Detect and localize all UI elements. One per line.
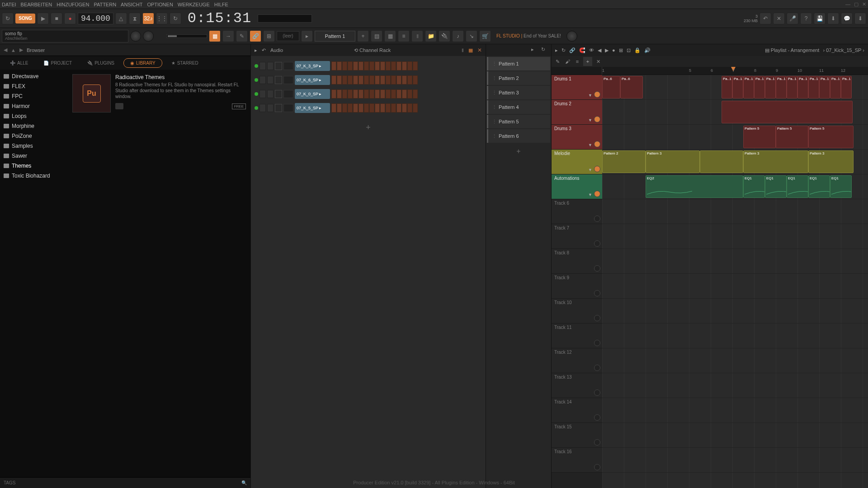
chevron-down-icon[interactable]: ▼ — [588, 118, 592, 122]
mixer-icon[interactable]: ⫴ — [411, 30, 423, 42]
step-button[interactable] — [407, 89, 412, 99]
browser-fwd-icon[interactable]: ▶ — [19, 47, 23, 53]
pattern-slider[interactable] — [166, 34, 207, 38]
step-button[interactable] — [359, 89, 363, 99]
step-button[interactable] — [348, 75, 353, 84]
menu-optionen[interactable]: OPTIONEN — [147, 2, 173, 7]
step-button[interactable] — [353, 61, 358, 70]
playlist-lane[interactable] — [602, 398, 868, 423]
tree-fpc[interactable]: FPC — [0, 91, 68, 101]
clip[interactable]: Pattern 3 — [646, 150, 700, 173]
piano-roll-icon[interactable]: ▦ — [384, 30, 396, 42]
step-button[interactable] — [391, 103, 396, 113]
tree-loops[interactable]: Loops — [0, 111, 68, 121]
clip[interactable]: Pa..1 — [797, 76, 808, 99]
save-icon[interactable]: 💾 — [814, 13, 826, 24]
step-button[interactable] — [359, 75, 363, 84]
playlist-lane[interactable]: Pattern 5Pattern 5Pattern 5 — [602, 125, 868, 150]
clip[interactable]: EQ2 — [646, 175, 743, 198]
playlist-lane[interactable] — [602, 199, 868, 224]
step-button[interactable] — [386, 89, 391, 99]
step-button[interactable] — [386, 61, 391, 70]
tool-close-icon[interactable]: ↘ — [466, 30, 477, 42]
playlist-lane[interactable] — [602, 224, 868, 249]
tool-shop-icon[interactable]: 🛒 — [479, 30, 491, 42]
pl-rec-icon[interactable]: ● — [612, 47, 615, 53]
tool-tempo-icon[interactable]: ♪ — [452, 30, 464, 42]
track-mute-button[interactable] — [594, 414, 600, 421]
step-button[interactable] — [386, 103, 391, 113]
download-icon[interactable]: ⬇ — [854, 13, 866, 24]
tree-themes[interactable]: Themes — [0, 161, 68, 171]
step-button[interactable] — [359, 103, 363, 113]
clip[interactable]: EQ1 — [808, 175, 830, 198]
pl-magnet-icon[interactable]: 🧲 — [579, 47, 585, 53]
step-button[interactable] — [375, 103, 380, 113]
step-button[interactable] — [386, 75, 391, 84]
pattern-selector[interactable]: Pattern 1 — [315, 31, 355, 42]
step-button[interactable] — [375, 89, 380, 99]
playlist-lane[interactable] — [602, 274, 868, 299]
step-button[interactable] — [353, 75, 358, 84]
step-button[interactable] — [407, 103, 412, 113]
track-mute-button[interactable] — [594, 141, 600, 147]
step-button[interactable] — [331, 103, 336, 113]
chevron-down-icon[interactable]: ▼ — [588, 143, 592, 147]
minimize-icon[interactable]: — — [845, 1, 850, 7]
clip[interactable] — [700, 150, 743, 173]
tool-paint-icon[interactable]: 🖌 — [563, 57, 571, 66]
menu-hinzufuegen[interactable]: HINZUFÜGEN — [57, 2, 89, 7]
view-link-button[interactable]: 🔗 — [250, 30, 261, 42]
track-header[interactable]: Track 9 — [552, 274, 602, 299]
playlist-lane[interactable]: EQ2EQ1EQ1EQ1EQ1EQ1 — [602, 174, 868, 199]
playlist-lane[interactable] — [602, 348, 868, 373]
channel-add-button[interactable]: + — [251, 119, 486, 136]
step-button[interactable] — [380, 75, 385, 84]
clip[interactable]: Pattern 5 — [808, 126, 854, 148]
pl-lock-icon[interactable]: 🔒 — [634, 47, 641, 53]
sync-icon[interactable]: ↻ — [2, 13, 14, 24]
channel-mute[interactable] — [259, 76, 266, 84]
channel-name[interactable]: 07_K_5_SP ▸ — [295, 103, 330, 113]
clip[interactable]: Pattern 3 — [743, 150, 808, 173]
track-header[interactable]: Track 12 — [552, 348, 602, 373]
playlist-lane[interactable] — [602, 423, 868, 448]
track-mute-button[interactable] — [594, 365, 600, 371]
step-button[interactable] — [337, 89, 342, 99]
pattern-add-button[interactable]: + — [486, 144, 551, 159]
track-mute-button[interactable] — [594, 216, 600, 222]
drag-handle-icon[interactable]: ⋮ — [492, 119, 497, 125]
tree-flex[interactable]: FLEX — [0, 81, 68, 91]
clip[interactable]: Pattern 2 — [602, 150, 646, 173]
playlist-breadcrumb[interactable]: › 07_Kick_15_SP › — [823, 47, 864, 53]
pattern-item[interactable]: ⋮Pattern 4 — [487, 100, 550, 114]
tool-list-icon[interactable]: ≡ — [573, 57, 581, 66]
step-button[interactable] — [396, 61, 401, 70]
channel-pan-knob[interactable] — [267, 90, 274, 98]
channel-select[interactable] — [275, 90, 282, 98]
tab-library[interactable]: ◉LIBRARY — [123, 58, 162, 68]
step-button[interactable] — [413, 75, 418, 84]
step-button[interactable] — [364, 89, 369, 99]
channel-mute[interactable] — [259, 104, 266, 112]
step-button[interactable] — [337, 61, 342, 70]
pp-menu-icon[interactable]: ▸ — [531, 47, 538, 54]
song-mode-button[interactable]: SONG — [15, 14, 35, 23]
chevron-down-icon[interactable]: ▼ — [588, 192, 592, 197]
playlist-lane[interactable] — [602, 100, 868, 125]
playlist-lane[interactable] — [602, 249, 868, 274]
step-button[interactable] — [402, 89, 407, 99]
channel-led[interactable] — [255, 64, 258, 68]
track-mute-button[interactable] — [594, 166, 600, 172]
clip[interactable]: EQ1 — [787, 175, 808, 198]
track-header[interactable]: Track 15 — [552, 423, 602, 448]
track-mute-button[interactable] — [594, 290, 600, 296]
menu-datei[interactable]: DATEI — [2, 2, 16, 7]
clip[interactable]: Pa..1 — [819, 76, 830, 99]
pl-link-icon[interactable]: 🔗 — [569, 47, 576, 53]
step-button[interactable] — [342, 103, 347, 113]
clip[interactable]: Pa..1 — [743, 76, 754, 99]
step-button[interactable] — [402, 61, 407, 70]
track-header[interactable]: Track 7 — [552, 224, 602, 249]
blend-icon[interactable]: ⋮⋮ — [156, 13, 168, 24]
